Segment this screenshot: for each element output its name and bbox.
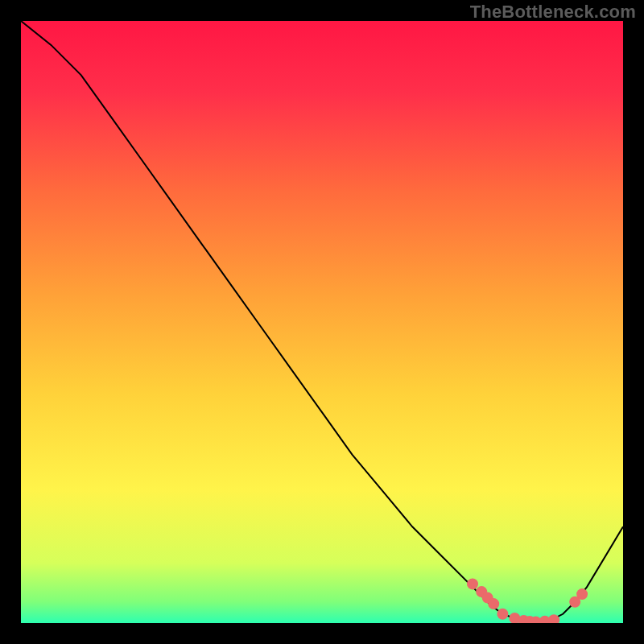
watermark-text: TheBottleneck.com <box>470 2 636 23</box>
marker-dot <box>467 578 478 589</box>
chart-container: TheBottleneck.com <box>0 0 644 644</box>
marker-dot <box>576 588 588 600</box>
chart-svg <box>21 21 623 623</box>
plot-area <box>21 21 623 623</box>
gradient-background <box>21 21 623 623</box>
marker-dot <box>488 598 499 609</box>
marker-dot <box>497 609 508 620</box>
